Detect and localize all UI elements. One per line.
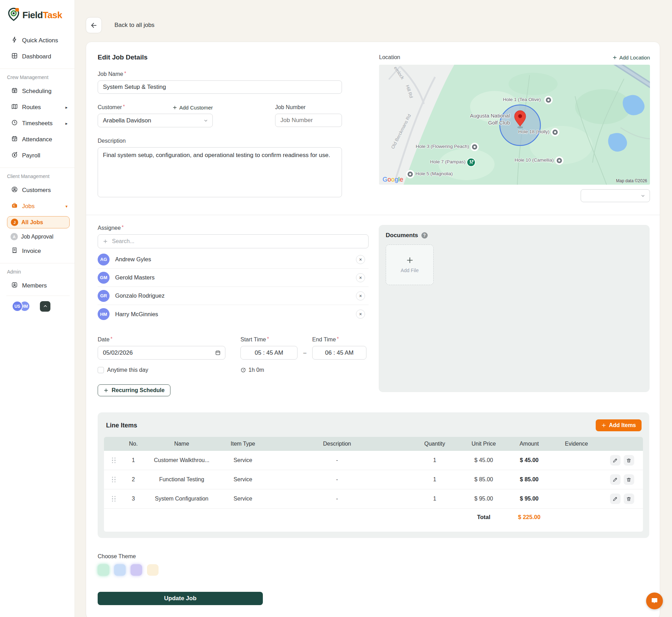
chat-widget-button[interactable] xyxy=(646,593,663,609)
date-field-block: Date* 05/02/2026 xyxy=(98,336,225,360)
sidebar-item-jobs[interactable]: Jobs ▾ xyxy=(6,200,70,213)
sidebar-item-scheduling[interactable]: Scheduling xyxy=(6,85,70,98)
back-label[interactable]: Back to all jobs xyxy=(114,22,154,29)
assignee-search[interactable] xyxy=(98,234,369,248)
remove-assignee-button[interactable]: × xyxy=(356,255,365,264)
theme-swatch-cream[interactable] xyxy=(147,564,159,576)
assignee-search-input[interactable] xyxy=(112,238,363,244)
anytime-checkbox[interactable] xyxy=(98,367,104,373)
close-icon: × xyxy=(359,311,362,317)
add-file-button[interactable]: Add File xyxy=(386,244,434,285)
sidebar: FieldTask Quick Actions Dashboard Crew M… xyxy=(0,0,75,617)
plus-icon xyxy=(104,388,108,393)
line-items-title: Line Items xyxy=(106,422,137,429)
plus-icon xyxy=(612,55,617,60)
add-items-button[interactable]: Add Items xyxy=(596,419,642,431)
line-items-table: No. Name Item Type Description Quantity … xyxy=(104,437,643,532)
plus-icon xyxy=(173,105,177,110)
map-icon xyxy=(11,103,18,112)
chevron-down-icon: ▾ xyxy=(65,204,68,209)
documents-title: Documents xyxy=(386,232,418,239)
sidebar-item-attendance[interactable]: Attendance xyxy=(6,133,70,146)
sidebar-item-dashboard[interactable]: Dashboard xyxy=(6,50,70,63)
sidebar-item-invoice[interactable]: Invoice xyxy=(6,245,70,257)
edit-item-button[interactable] xyxy=(610,455,621,466)
sidebar-item-all-jobs[interactable]: J All Jobs xyxy=(7,216,70,228)
map-label-hole18: Hole 18 (Holly) xyxy=(518,129,550,134)
collapse-sidebar-button[interactable] xyxy=(40,301,50,312)
theme-swatches xyxy=(98,564,649,576)
map-label-hole5: Hole 5 (Magnolia) xyxy=(415,171,453,176)
sidebar-item-payroll[interactable]: Payroll xyxy=(6,149,70,162)
add-location-button[interactable]: Add Location xyxy=(612,55,650,61)
table-header: No. Name Item Type Description Quantity … xyxy=(104,437,643,451)
close-icon: × xyxy=(359,257,362,262)
sidebar-item-customers[interactable]: Customers xyxy=(6,184,70,197)
trash-icon xyxy=(626,496,631,502)
date-label: Date* xyxy=(98,336,225,343)
page-title: Edit Job Details xyxy=(98,54,342,61)
avatar: GR xyxy=(98,290,110,302)
timer-icon xyxy=(240,367,246,373)
delete-item-button[interactable] xyxy=(624,494,634,504)
drag-handle-icon[interactable] xyxy=(104,496,124,502)
pencil-icon xyxy=(612,477,618,482)
location-map[interactable]: Hole 1 (Tea Olive) Augusta National Golf… xyxy=(379,65,650,185)
customer-select[interactable]: Arabella Davidson xyxy=(98,114,213,127)
end-time-input[interactable]: 06 : 45 AM xyxy=(312,346,366,360)
avatar[interactable]: US xyxy=(12,301,23,312)
avatar: HM xyxy=(98,308,110,320)
chevron-right-icon: ▸ xyxy=(65,121,68,126)
end-time-block: End Time* 06 : 45 AM xyxy=(312,336,366,360)
sidebar-item-quick-actions[interactable]: Quick Actions xyxy=(6,34,70,47)
remove-assignee-button[interactable]: × xyxy=(356,273,365,282)
delete-item-button[interactable] xyxy=(624,474,634,485)
sidebar-item-routes[interactable]: Routes ▸ xyxy=(6,101,70,114)
location-column: Location Add Location xyxy=(379,54,650,202)
recurring-schedule-button[interactable]: Recurring Schedule xyxy=(98,384,170,396)
assignee-label: Assignee* xyxy=(98,225,369,231)
time-range-separator: – xyxy=(298,346,312,360)
start-time-input[interactable]: 05 : 45 AM xyxy=(240,346,298,360)
map-graphics xyxy=(379,65,650,185)
job-number-input[interactable] xyxy=(275,114,342,127)
drag-handle-icon[interactable] xyxy=(104,458,124,463)
brand-name: FieldTask xyxy=(22,10,62,21)
theme-swatch-green[interactable] xyxy=(98,564,109,576)
edit-item-button[interactable] xyxy=(610,474,621,485)
job-approval-badge-icon: A xyxy=(10,233,18,240)
grid-icon xyxy=(11,52,18,61)
remove-assignee-button[interactable]: × xyxy=(356,291,365,300)
sidebar-item-timesheets[interactable]: Timesheets ▸ xyxy=(6,117,70,130)
add-customer-button[interactable]: Add Customer xyxy=(173,105,213,111)
help-icon[interactable]: ? xyxy=(421,232,428,239)
update-job-button[interactable]: Update Job xyxy=(98,592,263,605)
delete-item-button[interactable] xyxy=(624,455,634,466)
receipt-icon xyxy=(11,247,18,255)
chevron-right-icon: ▸ xyxy=(65,105,68,110)
map-label-hole10: Hole 10 (Camellia) xyxy=(514,157,554,163)
sidebar-item-job-approval[interactable]: A Job Approval xyxy=(6,231,70,242)
job-number-block: Job Number xyxy=(275,104,342,127)
drag-handle-icon[interactable] xyxy=(104,477,124,483)
theme-swatch-purple[interactable] xyxy=(131,564,142,576)
choose-theme-label: Choose Theme xyxy=(98,553,649,560)
end-time-label: End Time* xyxy=(312,336,366,343)
edit-item-button[interactable] xyxy=(610,494,621,504)
description-textarea[interactable]: Final system setup, configuration, and o… xyxy=(98,147,342,197)
theme-swatch-blue[interactable] xyxy=(114,564,126,576)
sidebar-divider xyxy=(0,263,75,263)
section-divider xyxy=(86,215,660,215)
job-name-input[interactable] xyxy=(98,80,342,94)
crew-management-header: Crew Management xyxy=(7,75,70,80)
date-input[interactable]: 05/02/2026 xyxy=(98,346,225,360)
assignee-row: HM Harry McGinnies × xyxy=(98,305,369,323)
remove-assignee-button[interactable]: × xyxy=(356,310,365,319)
total-value: $ 225.00 xyxy=(506,514,552,520)
sidebar-item-members[interactable]: Members xyxy=(6,279,70,292)
map-label-place: Augusta National Golf Club xyxy=(470,112,510,126)
job-form-column: Edit Job Details Job Name* Customer* Add… xyxy=(98,54,342,202)
customer-label: Customer* xyxy=(98,104,125,111)
back-button[interactable] xyxy=(86,17,102,33)
location-type-select[interactable] xyxy=(581,189,650,202)
